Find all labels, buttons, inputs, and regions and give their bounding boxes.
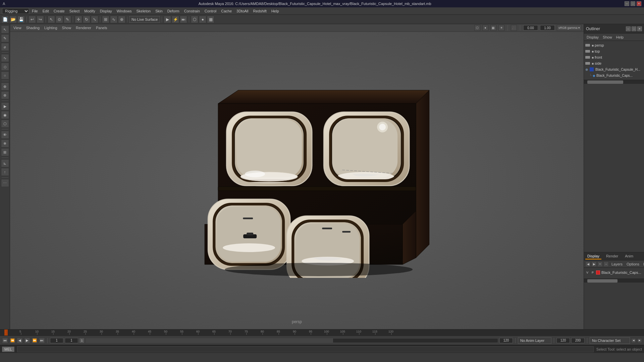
deformer-button[interactable]: ⬡ [1, 120, 9, 128]
snap-grid-button[interactable]: ⊞ [102, 16, 109, 23]
open-file-button[interactable]: 📂 [9, 16, 17, 23]
renderer-menu[interactable]: Renderer [74, 25, 93, 30]
nurbs-tool-button[interactable]: ○ [1, 71, 9, 79]
exposure-field[interactable] [523, 25, 538, 31]
snap-to-surface-button[interactable]: ⊾ [1, 159, 9, 167]
minimize-button[interactable]: ─ [625, 1, 629, 6]
options-menu[interactable]: Options [625, 262, 641, 266]
render-sequence-button[interactable]: ⏭ [180, 16, 187, 23]
texture-button[interactable]: ▦ [207, 16, 214, 23]
render-lt-button[interactable]: ▶ [1, 102, 9, 110]
outliner-display-menu[interactable]: Display [585, 35, 600, 40]
char-set-btn2[interactable]: ► [637, 338, 642, 343]
menu-control[interactable]: Control [203, 8, 218, 14]
menu-select[interactable]: Select [67, 8, 82, 14]
maximize-button[interactable]: □ [631, 1, 635, 6]
menu-help[interactable]: Help [269, 8, 281, 14]
step-back-button[interactable]: ⏪ [9, 338, 15, 344]
display-scrollbar[interactable] [584, 279, 644, 283]
outliner-item-side[interactable]: ■ side [584, 60, 644, 66]
outliner-help-menu[interactable]: Help [615, 35, 625, 40]
display-scrollbar-thumb[interactable] [587, 279, 618, 283]
outliner-scrollbar-thumb[interactable] [587, 80, 623, 84]
menu-constrain[interactable]: Constrain [182, 8, 202, 14]
menu-edit[interactable]: Edit [41, 8, 51, 14]
timeline-range-bar[interactable] [86, 338, 498, 343]
save-file-button[interactable]: 💾 [17, 16, 25, 23]
shader-button[interactable]: ◉ [1, 111, 9, 119]
move-normal-button[interactable]: ↑ [1, 168, 9, 176]
menu-skin[interactable]: Skin [153, 8, 164, 14]
outliner-item-persp[interactable]: ■ persp [584, 42, 644, 48]
mode-selector[interactable]: Rigging Animation Polygons Surfaces Dyna… [2, 8, 29, 14]
outliner-minimize-btn[interactable]: ─ [626, 26, 631, 31]
display-next-btn[interactable]: ▶ [591, 261, 597, 267]
joint-tool-button[interactable]: ⊕ [1, 82, 9, 90]
playback-toggle[interactable]: P [591, 270, 595, 275]
display-help-menu[interactable]: Help [642, 262, 644, 266]
vp-smooth-btn[interactable]: ● [482, 25, 488, 31]
step-forward-button[interactable]: ⏩ [32, 338, 38, 344]
tab-render[interactable]: Render [604, 253, 620, 259]
menu-cache[interactable]: Cache [219, 8, 234, 14]
paint-effects-button[interactable]: ✎ [1, 34, 9, 42]
display-del-btn[interactable]: − [603, 261, 609, 267]
vp-texture-btn[interactable]: ▦ [490, 25, 496, 31]
ipr-render-button[interactable]: ⚡ [172, 16, 179, 23]
timeline-ruler[interactable]: 1 5 10 15 20 25 30 35 [0, 329, 644, 336]
ik-tool-button[interactable]: ⊗ [1, 91, 9, 99]
paint-select-button[interactable]: ✎ [64, 16, 71, 23]
shading-menu[interactable]: Shading [25, 25, 41, 30]
range-start-field[interactable] [65, 338, 78, 343]
select-tool-button[interactable]: ↖ [48, 16, 55, 23]
rotate-tool-button[interactable]: ↻ [83, 16, 90, 23]
tab-display[interactable]: Display [585, 253, 601, 259]
new-scene-button[interactable]: 📄 [1, 16, 9, 23]
viewport-canvas[interactable]: persp [10, 32, 584, 329]
move-tool-button[interactable]: ✛ [75, 16, 82, 23]
show-hide-button[interactable]: 👁 [1, 131, 9, 139]
live-surface-label[interactable]: No Live Surface [129, 16, 160, 23]
total-frames-field[interactable] [571, 338, 585, 343]
gamma-field[interactable] [540, 25, 555, 31]
menu-create[interactable]: Create [52, 8, 67, 14]
tab-anim[interactable]: Anim [623, 253, 635, 259]
outliner-item-mesh-group[interactable]: ⊕ Black_Futuristic_Capsule_H... [584, 66, 644, 72]
anim-layer-selector[interactable]: No Anim Layer [518, 337, 551, 344]
current-frame-field[interactable] [50, 338, 63, 343]
outliner-item-front[interactable]: ■ front [584, 54, 644, 60]
panels-menu[interactable]: Panels [95, 25, 109, 30]
show-menu[interactable]: Show [61, 25, 73, 30]
command-input[interactable] [17, 346, 594, 352]
vp-cam-select[interactable]: 🎥 [511, 25, 517, 31]
center-pivot-button[interactable]: ⊞ [1, 148, 9, 156]
curve-tool-button[interactable]: ∿ [1, 54, 9, 62]
snap-point-button[interactable]: ⊕ [118, 16, 125, 23]
lasso-select-button[interactable]: ⊙ [56, 16, 63, 23]
freeze-transform-button[interactable]: ❄ [1, 139, 9, 147]
poly-tool-button[interactable]: ◇ [1, 63, 9, 71]
view-menu[interactable]: View [12, 25, 23, 30]
menu-file[interactable]: File [30, 8, 40, 14]
menu-modify[interactable]: Modify [82, 8, 97, 14]
vp-light-btn[interactable]: ☀ [498, 25, 504, 31]
gamma-toggle[interactable]: sRGB gamma ▾ [557, 25, 582, 31]
play-forward-button[interactable]: ▶ [24, 338, 30, 344]
go-end-button[interactable]: ⏭ [39, 338, 45, 344]
menu-deform[interactable]: Deform [165, 8, 181, 14]
layer-color-swatch[interactable] [596, 270, 600, 275]
menu-redshift[interactable]: Redshift [251, 8, 269, 14]
render-current-button[interactable]: ▶ [164, 16, 171, 23]
play-back-button[interactable]: ◀ [17, 338, 23, 344]
mel-button[interactable]: MEL [2, 347, 14, 352]
visibility-toggle[interactable]: V [585, 270, 589, 275]
smooth-shade-button[interactable]: ● [199, 16, 206, 23]
sculpt-button[interactable]: ⌀ [1, 43, 9, 51]
snap-curve-button[interactable]: ∿ [110, 16, 117, 23]
scale-tool-button[interactable]: ⤡ [91, 16, 98, 23]
char-set-btn1[interactable]: ◄ [631, 338, 636, 343]
outliner-item-top[interactable]: ■ top [584, 48, 644, 54]
range-end-field[interactable] [499, 338, 513, 343]
character-set-selector[interactable]: No Character Set [590, 337, 630, 344]
extra-tools-button[interactable]: ⋯ [1, 179, 9, 187]
